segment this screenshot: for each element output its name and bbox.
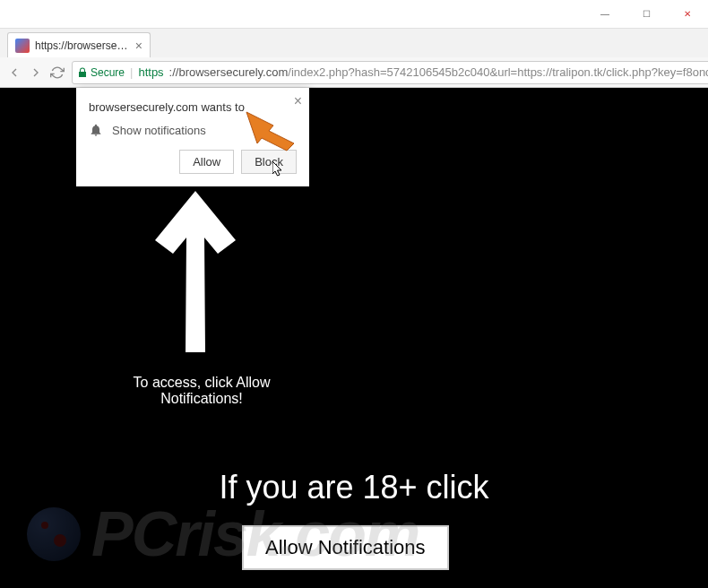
reload-button[interactable]	[50, 62, 65, 83]
block-button[interactable]: Block	[241, 150, 297, 174]
maximize-button[interactable]: ☐	[626, 0, 667, 29]
tab-bar: https://browsersecurely.c ×	[0, 29, 708, 57]
tab-close-icon[interactable]: ×	[135, 39, 142, 53]
address-bar: Secure | https://browsersecurely.com/ind…	[0, 57, 708, 88]
minimize-button[interactable]: —	[584, 0, 626, 29]
mouse-cursor-icon	[272, 161, 285, 181]
url-protocol: https	[138, 65, 163, 79]
forward-button[interactable]	[29, 62, 43, 83]
age-gate-headline: If you are 18+ click	[0, 469, 708, 506]
url-input[interactable]: Secure | https://browsersecurely.com/ind…	[72, 61, 708, 84]
watermark-logo-icon	[27, 507, 81, 561]
secure-label: Secure	[91, 66, 125, 79]
browser-tab[interactable]: https://browsersecurely.c ×	[7, 32, 151, 57]
page-content: × browsersecurely.com wants to Show noti…	[0, 88, 708, 588]
access-instruction-text: To access, click Allow Notifications!	[112, 375, 291, 407]
white-up-arrow-icon	[151, 191, 240, 352]
popup-buttons: Allow Block	[89, 150, 297, 174]
url-host: ://browsersecurely.com/index2.php?hash=5…	[169, 65, 708, 79]
allow-button[interactable]: Allow	[179, 150, 234, 174]
orange-pointer-arrow-icon	[242, 108, 296, 152]
tab-favicon-icon	[15, 39, 30, 53]
back-button[interactable]	[7, 62, 22, 83]
close-window-button[interactable]: ✕	[667, 0, 708, 29]
window-titlebar: — ☐ ✕	[0, 0, 708, 29]
bell-icon	[89, 123, 103, 137]
tab-title: https://browsersecurely.c	[35, 39, 130, 52]
popup-body-text: Show notifications	[112, 124, 206, 137]
allow-notifications-button[interactable]: Allow Notifications	[242, 525, 449, 570]
lock-icon: Secure	[78, 66, 125, 79]
